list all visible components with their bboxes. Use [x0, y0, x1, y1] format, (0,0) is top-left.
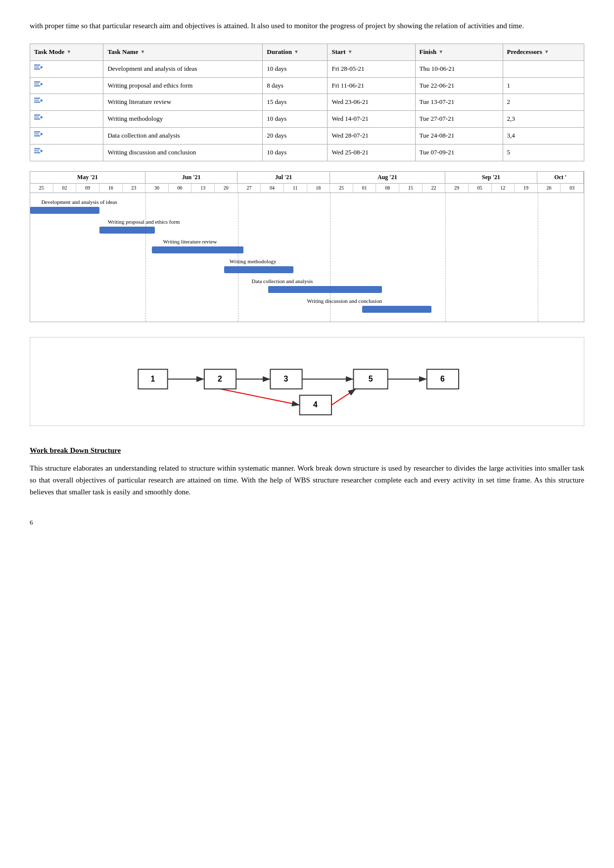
gantt-date-cell: 30 — [145, 184, 169, 193]
table-row: Data collection and analysis 20 days Wed… — [30, 127, 584, 144]
svg-rect-9 — [34, 99, 39, 101]
duration-cell: 10 days — [263, 111, 328, 128]
sort-icon-pred[interactable]: ▼ — [544, 48, 549, 56]
intro-paragraph: with proper time so that particular rese… — [30, 20, 584, 32]
gantt-bar — [362, 306, 431, 313]
gantt-bar — [224, 266, 293, 273]
table-row: Writing discussion and conclusion 10 day… — [30, 144, 584, 161]
gantt-date-cell: 22 — [423, 184, 446, 193]
svg-rect-21 — [34, 150, 39, 151]
svg-text:4: 4 — [313, 400, 318, 409]
svg-rect-0 — [34, 64, 40, 66]
gantt-month-label: Jun '21 — [145, 172, 238, 183]
table-row: Writing methodology 10 days Wed 14-07-21… — [30, 111, 584, 128]
gantt-task-row: Data collection and analysis — [30, 276, 584, 295]
gantt-date-cell: 25 — [30, 184, 53, 193]
task-name-cell: Development and analysis of ideas — [103, 60, 263, 77]
task-mode-cell — [30, 60, 103, 77]
start-cell: Wed 25-08-21 — [328, 144, 415, 161]
svg-rect-20 — [34, 148, 40, 149]
svg-rect-4 — [34, 81, 40, 83]
predecessors-cell — [503, 60, 584, 77]
gantt-date-cell: 04 — [261, 184, 284, 193]
gantt-table: Task Mode ▼ Task Name ▼ Duration ▼ Start — [30, 44, 584, 161]
svg-text:5: 5 — [369, 375, 373, 383]
sort-icon-start[interactable]: ▼ — [348, 48, 353, 56]
gantt-bar — [268, 286, 381, 293]
gantt-body: Development and analysis of ideasWriting… — [30, 193, 584, 322]
svg-rect-14 — [34, 118, 40, 120]
page-number: 6 — [30, 518, 584, 528]
finish-cell: Tue 13-07-21 — [415, 94, 503, 111]
svg-rect-18 — [34, 135, 40, 137]
finish-cell: Tue 22-06-21 — [415, 77, 503, 94]
duration-cell: 20 days — [263, 127, 328, 144]
gantt-date-cell: 09 — [76, 184, 99, 193]
svg-rect-17 — [34, 133, 39, 135]
gantt-date-cell: 18 — [307, 184, 331, 193]
gantt-date-cell: 13 — [191, 184, 215, 193]
svg-text:1: 1 — [151, 375, 155, 383]
sort-icon-duration[interactable]: ▼ — [294, 48, 299, 56]
gantt-date-cell: 19 — [515, 184, 538, 193]
gantt-bar — [30, 207, 99, 214]
svg-text:2: 2 — [218, 375, 222, 383]
gantt-dates-row: 2502091623300613202704111825010815222905… — [30, 184, 584, 193]
th-task-name: Task Name ▼ — [103, 44, 263, 61]
finish-cell: Tue 24-08-21 — [415, 127, 503, 144]
table-row: Writing literature review 15 days Wed 23… — [30, 94, 584, 111]
svg-rect-6 — [34, 85, 40, 87]
predecessors-cell: 2 — [503, 94, 584, 111]
gantt-task-row: Writing discussion and conclusion — [30, 296, 584, 315]
svg-rect-5 — [34, 83, 39, 85]
gantt-task-row: Writing methodology — [30, 256, 584, 275]
gantt-task-row: Writing proposal and ethics form — [30, 217, 584, 236]
svg-marker-7 — [41, 83, 43, 86]
gantt-chart: May '21Jun '21Jul '21Aug '21Sep '21Oct '… — [30, 171, 584, 322]
svg-line-28 — [220, 389, 299, 405]
finish-cell: Tue 27-07-21 — [415, 111, 503, 128]
gantt-date-cell: 26 — [538, 184, 561, 193]
gantt-date-cell: 02 — [53, 184, 77, 193]
duration-cell: 8 days — [263, 77, 328, 94]
start-cell: Wed 23-06-21 — [328, 94, 415, 111]
task-name-cell: Writing proposal and ethics form — [103, 77, 263, 94]
duration-cell: 10 days — [263, 144, 328, 161]
finish-cell: Tue 07-09-21 — [415, 144, 503, 161]
task-mode-cell — [30, 111, 103, 128]
task-mode-cell — [30, 127, 103, 144]
finish-cell: Thu 10-06-21 — [415, 60, 503, 77]
gantt-date-cell: 15 — [399, 184, 423, 193]
gantt-date-cell: 27 — [238, 184, 261, 193]
duration-cell: 10 days — [263, 60, 328, 77]
task-name-cell: Writing discussion and conclusion — [103, 144, 263, 161]
gantt-bar — [152, 246, 243, 253]
predecessors-cell: 3,4 — [503, 127, 584, 144]
svg-rect-16 — [34, 131, 40, 133]
gantt-month-label: Jul '21 — [237, 172, 330, 183]
th-start: Start ▼ — [328, 44, 415, 61]
gantt-task-label: Writing proposal and ethics form — [108, 218, 180, 227]
th-task-mode: Task Mode ▼ — [30, 44, 103, 61]
gantt-task-label: Development and analysis of ideas — [41, 198, 117, 207]
sort-icon-task-name[interactable]: ▼ — [140, 48, 145, 56]
gantt-task-row: Writing literature review — [30, 237, 584, 255]
gantt-month-label: Oct ' — [537, 172, 584, 183]
gantt-date-cell: 08 — [376, 184, 399, 193]
svg-rect-13 — [34, 116, 39, 118]
gantt-month-label: Sep '21 — [445, 172, 538, 183]
sort-icon-task-mode[interactable]: ▼ — [66, 48, 71, 56]
svg-rect-12 — [34, 114, 40, 116]
sort-icon-finish[interactable]: ▼ — [438, 48, 443, 56]
task-mode-cell — [30, 94, 103, 111]
gantt-task-row: Development and analysis of ideas — [30, 197, 584, 216]
gantt-date-cell: 11 — [284, 184, 307, 193]
predecessors-cell: 2,3 — [503, 111, 584, 128]
svg-rect-22 — [34, 152, 40, 153]
svg-marker-3 — [41, 66, 43, 69]
gantt-date-cell: 05 — [469, 184, 492, 193]
gantt-month-label: Aug '21 — [330, 172, 445, 183]
svg-marker-11 — [41, 99, 43, 102]
gantt-task-label: Writing methodology — [230, 257, 277, 266]
start-cell: Fri 28-05-21 — [328, 60, 415, 77]
